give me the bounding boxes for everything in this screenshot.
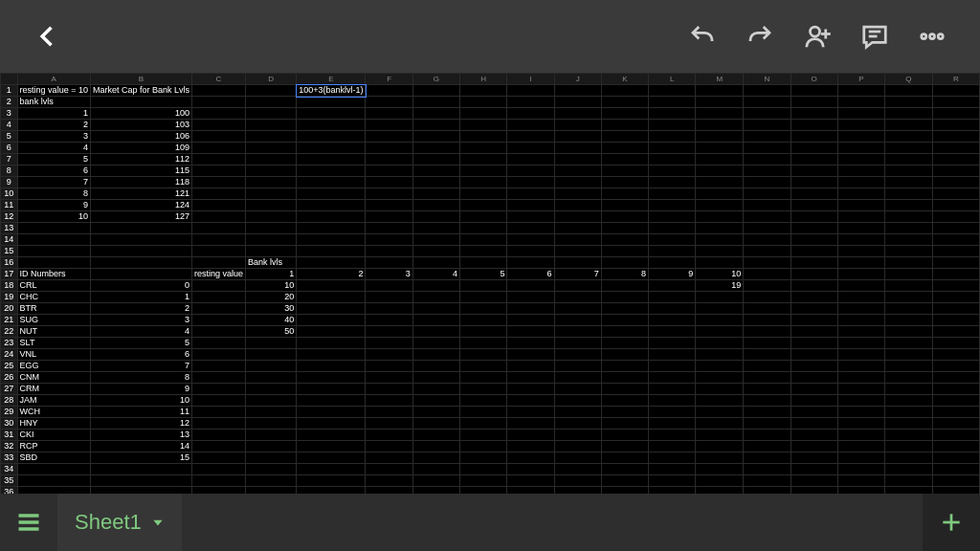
cell[interactable] [366,211,412,223]
column-header[interactable]: C [191,74,245,85]
cell[interactable] [412,200,459,211]
cell[interactable] [460,177,507,188]
cell[interactable] [412,120,459,131]
cell[interactable] [245,441,296,452]
cell[interactable] [885,234,932,246]
cell[interactable] [601,361,648,372]
cell[interactable] [696,143,744,154]
cell[interactable] [412,246,459,257]
row-header[interactable]: 34 [1,464,18,475]
cell[interactable] [191,280,245,292]
cell[interactable] [696,257,744,269]
cell[interactable] [191,97,245,108]
cell[interactable]: 30 [245,303,296,315]
cell[interactable] [507,475,554,487]
row-header[interactable]: 9 [1,177,18,188]
cell[interactable]: 4 [17,143,90,154]
cell[interactable] [744,384,791,395]
cell[interactable] [791,131,837,143]
cell[interactable] [601,200,648,211]
cell[interactable]: 118 [90,177,191,188]
cell[interactable] [885,97,932,108]
cell[interactable] [601,407,648,418]
cell[interactable] [412,326,459,338]
cell[interactable] [837,361,884,372]
cell[interactable] [649,143,696,154]
cell[interactable] [744,303,791,315]
cell[interactable] [191,165,245,177]
cell[interactable] [791,349,837,361]
cell[interactable] [791,464,837,475]
cell[interactable] [191,372,245,384]
cell[interactable] [460,97,507,108]
row-header[interactable]: 27 [1,384,18,395]
cell[interactable] [460,384,507,395]
cell[interactable] [554,418,601,430]
cell[interactable] [460,349,507,361]
row-header[interactable]: 20 [1,303,18,315]
row-header[interactable]: 11 [1,200,18,211]
cell[interactable] [601,223,648,234]
cell[interactable] [245,464,296,475]
cell[interactable] [90,97,191,108]
cell[interactable] [366,85,412,97]
cell[interactable] [412,361,459,372]
cell[interactable] [245,407,296,418]
cell[interactable] [791,441,837,452]
cell[interactable] [412,349,459,361]
cell[interactable] [507,108,554,120]
cell[interactable] [17,234,90,246]
cell[interactable] [191,452,245,464]
cell[interactable] [696,246,744,257]
cell[interactable] [791,234,837,246]
cell[interactable] [297,338,366,349]
cell[interactable] [837,418,884,430]
column-header[interactable]: G [412,74,459,85]
cell[interactable]: Bank lvls [245,257,296,269]
cell[interactable] [696,338,744,349]
cell[interactable] [507,257,554,269]
cell[interactable] [245,395,296,407]
cell[interactable] [554,211,601,223]
cell[interactable] [366,280,412,292]
cell[interactable] [554,372,601,384]
cell[interactable] [885,108,932,120]
cell[interactable] [744,452,791,464]
cell[interactable] [412,154,459,165]
cell[interactable] [460,108,507,120]
cell[interactable]: resting value = 10 [17,85,90,97]
cell[interactable]: 15 [90,452,191,464]
cell[interactable] [507,372,554,384]
cell[interactable]: CKI [17,430,90,441]
cell[interactable] [554,108,601,120]
cell[interactable] [17,246,90,257]
cell[interactable] [649,97,696,108]
cell[interactable] [649,395,696,407]
cell[interactable] [932,165,979,177]
cell[interactable] [932,303,979,315]
cell[interactable]: CHC [17,292,90,303]
cell[interactable] [601,441,648,452]
cell[interactable] [191,361,245,372]
row-header[interactable]: 29 [1,407,18,418]
cell[interactable]: 1 [17,108,90,120]
cell[interactable] [554,441,601,452]
cell[interactable] [649,177,696,188]
cell[interactable] [696,234,744,246]
cell[interactable]: 7 [90,361,191,372]
cell[interactable] [191,246,245,257]
cell[interactable] [507,395,554,407]
cell[interactable] [245,487,296,495]
cell[interactable] [412,407,459,418]
cell[interactable] [460,85,507,97]
cell[interactable] [932,361,979,372]
cell[interactable] [297,372,366,384]
cell[interactable]: 100+3(banklvl-1) [297,85,366,97]
cell[interactable] [601,384,648,395]
cell[interactable] [932,108,979,120]
cell[interactable] [297,407,366,418]
cell[interactable] [554,131,601,143]
cell[interactable] [932,418,979,430]
cell[interactable] [601,257,648,269]
cell[interactable] [932,211,979,223]
